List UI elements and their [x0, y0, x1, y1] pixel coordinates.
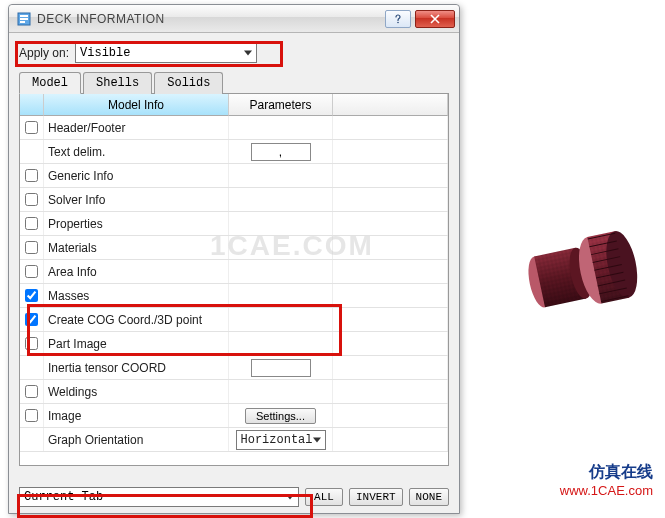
row-checkbox[interactable] — [25, 409, 38, 422]
row-label: Materials — [44, 236, 229, 259]
row-rest — [333, 428, 448, 451]
table-row: Inertia tensor COORD — [20, 356, 448, 380]
header-checkbox-col[interactable] — [20, 94, 44, 116]
table-row: Create COG Coord./3D point — [20, 308, 448, 332]
row-checkbox[interactable] — [25, 121, 38, 134]
row-label: Text delim. — [44, 140, 229, 163]
row-checkbox[interactable] — [25, 313, 38, 326]
titlebar[interactable]: DECK INFORMATION — [9, 5, 459, 33]
row-rest — [333, 164, 448, 187]
brand-cn: 仿真在线 — [560, 461, 653, 483]
row-checkbox-cell — [20, 116, 44, 139]
deck-information-dialog: DECK INFORMATION Apply on: Visible Model… — [8, 4, 460, 514]
row-param: Horizontal — [229, 428, 333, 451]
row-rest — [333, 284, 448, 307]
table-row: ImageSettings... — [20, 404, 448, 428]
row-param — [229, 164, 333, 187]
table-row: Materials — [20, 236, 448, 260]
row-checkbox-cell — [20, 380, 44, 403]
tab-model[interactable]: Model — [19, 72, 81, 94]
header-rest — [333, 94, 448, 116]
apply-on-value: Visible — [80, 46, 130, 60]
row-rest — [333, 116, 448, 139]
row-param — [229, 116, 333, 139]
row-checkbox[interactable] — [25, 241, 38, 254]
row-rest — [333, 404, 448, 427]
apply-on-label: Apply on: — [19, 46, 69, 60]
row-checkbox[interactable] — [25, 193, 38, 206]
header-parameters[interactable]: Parameters — [229, 94, 333, 116]
row-checkbox[interactable] — [25, 217, 38, 230]
row-text-input[interactable] — [251, 359, 311, 377]
row-checkbox-cell — [20, 236, 44, 259]
row-rest — [333, 308, 448, 331]
table-row: Graph OrientationHorizontal — [20, 428, 448, 452]
close-button[interactable] — [415, 10, 455, 28]
model-thumbnail — [507, 220, 647, 330]
row-label: Image — [44, 404, 229, 427]
row-rest — [333, 356, 448, 379]
table-row: Properties — [20, 212, 448, 236]
branding: 仿真在线 www.1CAE.com — [560, 461, 653, 500]
svg-rect-3 — [20, 21, 25, 23]
row-checkbox[interactable] — [25, 385, 38, 398]
row-checkbox-cell — [20, 356, 44, 379]
row-checkbox-cell — [20, 212, 44, 235]
row-checkbox-cell — [20, 284, 44, 307]
header-model-info[interactable]: Model Info — [44, 94, 229, 116]
row-checkbox-cell — [20, 404, 44, 427]
row-param — [229, 212, 333, 235]
svg-rect-2 — [20, 18, 28, 20]
apply-on-combo[interactable]: Visible — [75, 43, 257, 63]
row-label: Create COG Coord./3D point — [44, 308, 229, 331]
row-label: Part Image — [44, 332, 229, 355]
row-label: Area Info — [44, 260, 229, 283]
svg-point-4 — [397, 21, 399, 23]
tab-shells[interactable]: Shells — [83, 72, 152, 94]
app-icon — [17, 12, 31, 26]
row-combo[interactable]: Horizontal — [236, 430, 326, 450]
brand-url: www.1CAE.com — [560, 482, 653, 500]
row-checkbox-cell — [20, 140, 44, 163]
row-checkbox[interactable] — [25, 289, 38, 302]
tab-solids[interactable]: Solids — [154, 72, 223, 94]
row-label: Header/Footer — [44, 116, 229, 139]
row-param — [229, 236, 333, 259]
footer-all-button[interactable]: ALL — [305, 488, 343, 506]
grid-header: Model Info Parameters — [20, 94, 448, 116]
row-checkbox-cell — [20, 188, 44, 211]
footer-scope-combo[interactable]: Current Tab — [19, 487, 299, 507]
row-label: Generic Info — [44, 164, 229, 187]
window-title: DECK INFORMATION — [37, 12, 385, 26]
row-param — [229, 380, 333, 403]
row-rest — [333, 332, 448, 355]
footer-none-button[interactable]: NONE — [409, 488, 449, 506]
row-label: Masses — [44, 284, 229, 307]
help-button[interactable] — [385, 10, 411, 28]
row-rest — [333, 212, 448, 235]
row-checkbox-cell — [20, 428, 44, 451]
row-checkbox-cell — [20, 260, 44, 283]
row-settings-button[interactable]: Settings... — [245, 408, 316, 424]
table-row: Header/Footer — [20, 116, 448, 140]
row-rest — [333, 260, 448, 283]
row-checkbox[interactable] — [25, 169, 38, 182]
tabstrip: Model Shells Solids — [19, 71, 449, 94]
row-checkbox[interactable] — [25, 265, 38, 278]
row-checkbox-cell — [20, 164, 44, 187]
row-param — [229, 308, 333, 331]
row-param — [229, 260, 333, 283]
row-label: Inertia tensor COORD — [44, 356, 229, 379]
row-label: Solver Info — [44, 188, 229, 211]
table-row: Weldings — [20, 380, 448, 404]
row-text-input[interactable] — [251, 143, 311, 161]
row-checkbox-cell — [20, 308, 44, 331]
table-row: Generic Info — [20, 164, 448, 188]
row-checkbox-cell — [20, 332, 44, 355]
footer-invert-button[interactable]: INVERT — [349, 488, 403, 506]
table-row: Area Info — [20, 260, 448, 284]
table-row: Solver Info — [20, 188, 448, 212]
row-rest — [333, 380, 448, 403]
row-checkbox[interactable] — [25, 337, 38, 350]
row-rest — [333, 236, 448, 259]
